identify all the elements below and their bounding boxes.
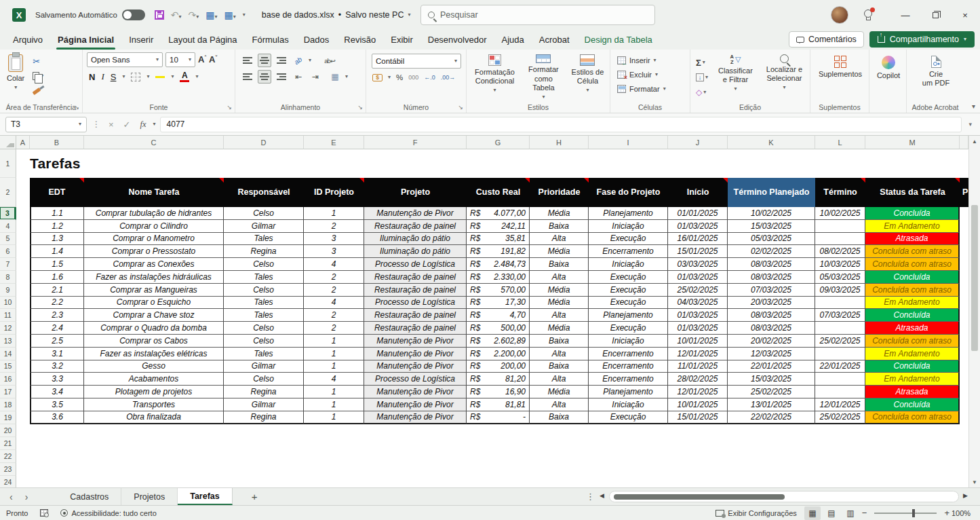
accounting-format-button[interactable]: $: [372, 74, 383, 81]
cell-f6[interactable]: Iluminação do pátio: [364, 245, 467, 258]
table-tool-icon[interactable]: ▦▾: [205, 10, 217, 20]
autosum-button[interactable]: Σ▾: [694, 56, 709, 69]
clear-button[interactable]: ◇▾: [694, 86, 709, 99]
row-header-10[interactable]: 10: [0, 297, 16, 310]
cell-b14[interactable]: 3.1: [30, 348, 84, 360]
cell-e8[interactable]: 2: [304, 271, 364, 284]
menu-tab-formulas[interactable]: Fórmulas: [245, 30, 296, 50]
underline-button[interactable]: S: [111, 72, 117, 82]
row-header-13[interactable]: 13: [0, 335, 16, 348]
collapse-ribbon-icon[interactable]: ▾: [972, 103, 975, 110]
cell-i3[interactable]: Planejamento: [589, 207, 668, 220]
number-format-select[interactable]: Contábil▾: [372, 54, 461, 69]
cell-l13[interactable]: 25/02/2025: [815, 335, 865, 348]
table-header-custo-real[interactable]: Custo Real: [467, 178, 530, 207]
scroll-left-icon[interactable]: ◀: [600, 492, 604, 499]
column-header-g[interactable]: G: [467, 136, 530, 149]
cell-c11[interactable]: Comprar a Chave stoz: [84, 309, 224, 322]
page-break-view-button[interactable]: ▥: [842, 506, 859, 520]
table-header-prioridade[interactable]: Prioridade: [530, 178, 589, 207]
cell-k13[interactable]: 20/02/2025: [728, 335, 815, 348]
cell-k17[interactable]: 25/02/2025: [728, 386, 815, 398]
sort-filter-button[interactable]: AZ▽ Classificar e Filtrar▾: [712, 52, 759, 102]
cell-d6[interactable]: Regina: [224, 245, 304, 258]
cell-k6[interactable]: 02/02/2025: [728, 245, 815, 258]
cell-g16[interactable]: R$81,20: [467, 373, 530, 386]
cell-b12[interactable]: 2.4: [30, 322, 84, 335]
cell-b5[interactable]: 1.3: [30, 233, 84, 246]
cell-b18[interactable]: 3.5: [30, 398, 84, 411]
cell-j18[interactable]: 10/01/2025: [668, 398, 728, 411]
cell-j19[interactable]: 15/01/2025: [668, 411, 728, 424]
row-header-6[interactable]: 6: [0, 245, 16, 258]
cell-m5[interactable]: Atrasada: [865, 233, 960, 246]
cell-j3[interactable]: 01/01/2025: [668, 207, 728, 220]
cell-b8[interactable]: 1.6: [30, 271, 84, 284]
cell-l15[interactable]: 22/01/2025: [815, 360, 865, 373]
cell-c13[interactable]: Comprar os Cabos: [84, 335, 224, 348]
paste-button[interactable]: Colar ▾: [4, 52, 27, 98]
row-header-21[interactable]: 21: [0, 437, 16, 450]
cell-g14[interactable]: R$2.200,00: [467, 348, 530, 360]
cell-f4[interactable]: Restauração de painel: [364, 220, 467, 233]
cell-a[interactable]: [16, 348, 30, 360]
cell-l10[interactable]: [815, 297, 865, 310]
search-input[interactable]: Pesquisar: [420, 5, 655, 25]
scroll-down-icon[interactable]: ▼: [969, 477, 980, 487]
cell-m6[interactable]: Concluída com atraso: [865, 245, 960, 258]
row-header-8[interactable]: 8: [0, 271, 16, 284]
cell-j10[interactable]: 04/03/2025: [668, 297, 728, 310]
cell-g9[interactable]: R$570,00: [467, 284, 530, 297]
cell-j17[interactable]: 12/01/2025: [668, 386, 728, 398]
cell-g8[interactable]: R$2.330,00: [467, 271, 530, 284]
font-dialog-launcher[interactable]: ↘: [227, 104, 232, 111]
empty-row-21[interactable]: [16, 437, 968, 450]
cell-c9[interactable]: Comprar as Mangueiras: [84, 284, 224, 297]
cell-d8[interactable]: Tales: [224, 271, 304, 284]
cell-h5[interactable]: Alta: [530, 233, 589, 246]
cell-g10[interactable]: R$17,30: [467, 297, 530, 310]
horizontal-scrollbar[interactable]: [609, 491, 959, 502]
cell-c18[interactable]: Transportes: [84, 398, 224, 411]
redo-icon[interactable]: ↷▾: [189, 10, 199, 20]
column-header-i[interactable]: I: [589, 136, 668, 149]
cell-f19[interactable]: Manutenção de Pivor: [364, 411, 467, 424]
cell-a[interactable]: [16, 178, 30, 207]
cell-b19[interactable]: 3.6: [30, 411, 84, 424]
clipboard-dialog-launcher[interactable]: ↘: [74, 104, 79, 111]
select-all-corner[interactable]: [0, 136, 16, 149]
number-dialog-launcher[interactable]: ↘: [458, 104, 463, 111]
menu-tab-acrobat[interactable]: Acrobat: [532, 30, 577, 50]
cell-l3[interactable]: 10/02/2025: [815, 207, 865, 220]
cell-d4[interactable]: Gilmar: [224, 220, 304, 233]
cell-a[interactable]: [16, 233, 30, 246]
cell-styles-button[interactable]: Estilos de Célula▾: [568, 52, 607, 102]
tabbar-splitter[interactable]: ⋮: [586, 491, 595, 502]
row-header-11[interactable]: 11: [0, 309, 16, 322]
cell-k4[interactable]: 15/03/2025: [728, 220, 815, 233]
italic-button[interactable]: I: [101, 71, 104, 82]
cell-i19[interactable]: Execução: [589, 411, 668, 424]
autosave-toggle[interactable]: [122, 10, 145, 20]
name-box[interactable]: T3▾: [5, 117, 87, 132]
row-header-14[interactable]: 14: [0, 348, 16, 360]
cell-k9[interactable]: 07/03/2025: [728, 284, 815, 297]
cell-c3[interactable]: Comprar tubulação de hidrantes: [84, 207, 224, 220]
cell-h15[interactable]: Baixa: [530, 360, 589, 373]
cell-m19[interactable]: Concluída com atraso: [865, 411, 960, 424]
table-header-id-projeto[interactable]: ID Projeto: [304, 178, 364, 207]
cell-j14[interactable]: 12/01/2025: [668, 348, 728, 360]
cell-f14[interactable]: Manutenção de Pivor: [364, 348, 467, 360]
cell-i18[interactable]: Iniciação: [589, 398, 668, 411]
cell-c14[interactable]: Fazer as instalações elétricas: [84, 348, 224, 360]
sheet-tab-cadastros[interactable]: Cadastros: [58, 488, 121, 505]
cell-a[interactable]: [16, 297, 30, 310]
comma-style-button[interactable]: 000: [408, 74, 418, 81]
cell-d5[interactable]: Tales: [224, 233, 304, 246]
align-middle-button[interactable]: [258, 54, 271, 67]
cell-f9[interactable]: Restauração de painel: [364, 284, 467, 297]
cell-h18[interactable]: Alta: [530, 398, 589, 411]
cell-e6[interactable]: 3: [304, 245, 364, 258]
cell-i10[interactable]: Execução: [589, 297, 668, 310]
cell-g3[interactable]: R$4.077,00: [467, 207, 530, 220]
